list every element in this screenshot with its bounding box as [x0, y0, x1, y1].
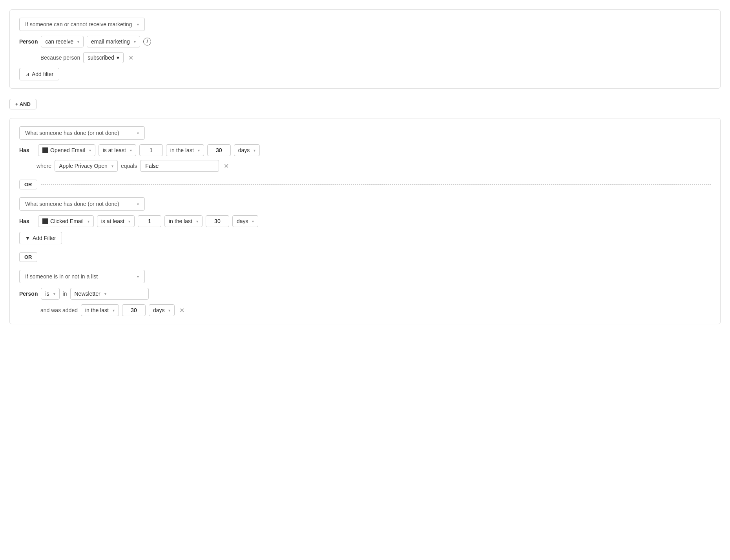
email-marketing-label: email marketing	[91, 38, 130, 45]
clicked-email-dropdown[interactable]: Clicked Email ▾	[38, 215, 94, 227]
list-dropdown[interactable]: If someone is in or not in a list ▾	[19, 270, 145, 283]
connector-line-top	[21, 92, 21, 96]
or-label-2: OR	[24, 254, 32, 260]
apple-privacy-label: Apple Privacy Open	[59, 163, 108, 169]
main-dropdown-marketing[interactable]: If someone can or cannot receive marketi…	[19, 18, 145, 31]
in-the-last-dropdown-1[interactable]: in the last ▾	[166, 144, 204, 156]
in-the-last-label-1: in the last	[170, 147, 194, 153]
person-list-row: Person is ▾ in Newsletter ▾	[19, 288, 711, 300]
section-marketing: If someone can or cannot receive marketi…	[9, 9, 721, 89]
has-opened-email-row: Has Opened Email ▾ is at least ▾ in the …	[19, 144, 711, 156]
and-connector: + AND	[9, 92, 721, 116]
chevron-down-icon: ▾	[252, 219, 254, 224]
main-dropdown-marketing-label: If someone can or cannot receive marketi…	[25, 21, 132, 27]
add-filter-button-2[interactable]: ▼ Add Filter	[19, 232, 62, 244]
has-clicked-email-row: Has Clicked Email ▾ is at least ▾ in the…	[19, 215, 711, 227]
person-row: Person can receive ▾ email marketing ▾ i	[19, 36, 711, 47]
and-was-added-label: and was added	[40, 307, 78, 313]
chevron-down-icon: ▾	[89, 148, 91, 153]
because-person-label: Because person	[40, 55, 80, 61]
close-added-icon[interactable]: ✕	[178, 306, 186, 315]
count-input-2[interactable]	[138, 215, 161, 227]
days-unit-dropdown-1[interactable]: days ▾	[234, 144, 260, 156]
subscribed-label: subscribed	[88, 55, 114, 61]
person-label-2: Person	[19, 291, 38, 297]
and-button[interactable]: + AND	[9, 99, 36, 109]
newsletter-dropdown[interactable]: Newsletter ▾	[70, 288, 149, 300]
days-unit-dropdown-2[interactable]: days ▾	[232, 215, 259, 227]
in-the-last-dropdown-3[interactable]: in the last ▾	[81, 304, 119, 316]
days-unit-label-2: days	[237, 218, 248, 224]
chevron-down-icon: ▾	[88, 219, 89, 224]
is-at-least-label-2: is at least	[101, 218, 124, 224]
is-label: is	[45, 291, 49, 297]
what-done-label-2: What someone has done (or not done)	[25, 201, 119, 207]
days-input-1[interactable]	[207, 144, 231, 156]
and-button-label: + AND	[15, 101, 31, 107]
days-unit-label-1: days	[238, 147, 250, 153]
in-the-last-dropdown-2[interactable]: in the last ▾	[164, 215, 203, 227]
because-person-row: Because person subscribed ▾ ✕	[40, 52, 711, 63]
or-label-1: OR	[24, 182, 32, 187]
and-was-added-row: and was added in the last ▾ days ▾ ✕	[40, 304, 711, 316]
opened-email-label: Opened Email	[50, 147, 85, 153]
apple-privacy-dropdown[interactable]: Apple Privacy Open ▾	[55, 160, 118, 172]
is-at-least-label-1: is at least	[103, 147, 126, 153]
chevron-down-icon: ▾	[113, 308, 115, 313]
add-filter-label: Add filter	[32, 71, 53, 77]
has-label-1: Has	[19, 147, 35, 153]
what-done-dropdown-1[interactable]: What someone has done (or not done) ▾	[19, 126, 145, 140]
email-marketing-dropdown[interactable]: email marketing ▾	[87, 36, 140, 47]
add-filter-button[interactable]: ⊿ Add filter	[19, 68, 59, 80]
chevron-down-icon: ▾	[53, 292, 55, 296]
false-input[interactable]	[140, 160, 219, 172]
days-input-2[interactable]	[206, 215, 229, 227]
chevron-down-icon: ▾	[130, 148, 132, 153]
chevron-down-icon: ▾	[254, 148, 256, 153]
chevron-down-icon: ▾	[117, 55, 119, 61]
event-icon-1	[42, 147, 48, 153]
close-icon[interactable]: ✕	[127, 53, 135, 62]
where-row: where Apple Privacy Open ▾ equals ✕	[36, 160, 711, 172]
chevron-down-icon: ▾	[168, 308, 170, 313]
is-at-least-dropdown-2[interactable]: is at least ▾	[97, 215, 135, 227]
info-icon[interactable]: i	[143, 38, 151, 45]
or-button-1[interactable]: OR	[19, 180, 37, 189]
is-at-least-dropdown-1[interactable]: is at least ▾	[99, 144, 136, 156]
or-separator-1: OR	[19, 176, 711, 193]
chevron-down-icon: ▾	[198, 148, 200, 153]
chevron-down-icon: ▾	[77, 40, 79, 44]
chevron-down-icon: ▾	[134, 40, 136, 44]
days-unit-label-3: days	[153, 307, 165, 313]
can-receive-label: can receive	[45, 38, 73, 45]
what-done-label-1: What someone has done (or not done)	[25, 130, 119, 136]
is-dropdown[interactable]: is ▾	[41, 288, 59, 300]
days-input-3[interactable]	[122, 304, 146, 316]
days-unit-dropdown-3[interactable]: days ▾	[149, 304, 175, 316]
list-dropdown-label: If someone is in or not in a list	[25, 273, 98, 280]
in-label: in	[63, 291, 67, 297]
chevron-down-icon: ▾	[196, 219, 198, 224]
in-the-last-label-2: in the last	[169, 218, 192, 224]
opened-email-dropdown[interactable]: Opened Email ▾	[38, 144, 95, 156]
or-separator-2: OR	[19, 248, 711, 266]
chevron-down-icon: ▾	[137, 202, 139, 206]
chevron-down-icon: ▾	[137, 22, 139, 27]
clicked-email-label: Clicked Email	[50, 218, 84, 224]
equals-label: equals	[121, 163, 137, 169]
section-actions: What someone has done (or not done) ▾ Ha…	[9, 118, 721, 324]
or-button-2[interactable]: OR	[19, 252, 37, 262]
person-label: Person	[19, 38, 38, 45]
chevron-down-icon: ▾	[128, 219, 130, 224]
chevron-down-icon: ▾	[111, 164, 113, 168]
subscribed-dropdown[interactable]: subscribed ▾	[83, 52, 124, 63]
clicked-email-section: What someone has done (or not done) ▾ Ha…	[19, 197, 711, 244]
event-icon-2	[42, 218, 48, 224]
close-where-icon[interactable]: ✕	[222, 162, 230, 171]
or-dashed-line-2	[41, 257, 711, 257]
or-dashed-line-1	[41, 184, 711, 185]
count-input-1[interactable]	[139, 144, 163, 156]
what-done-dropdown-2[interactable]: What someone has done (or not done) ▾	[19, 197, 145, 211]
can-receive-dropdown[interactable]: can receive ▾	[41, 36, 84, 47]
where-label: where	[36, 163, 51, 169]
